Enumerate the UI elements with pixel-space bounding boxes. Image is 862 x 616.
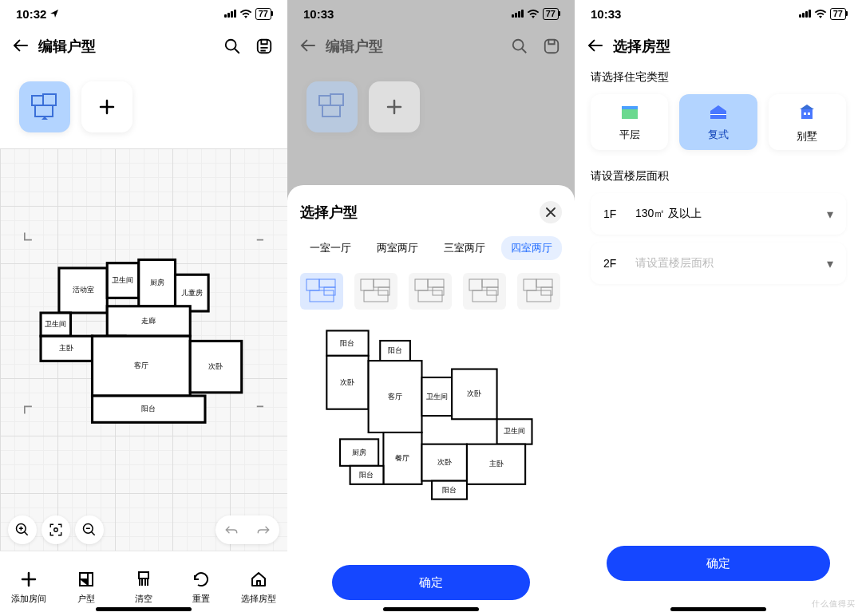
floor-value: 130㎡ 及以上 xyxy=(635,207,827,221)
svg-rect-4 xyxy=(35,105,53,116)
close-button[interactable] xyxy=(540,201,562,223)
house-type-label: 复式 xyxy=(708,128,729,142)
zoom-out-button[interactable] xyxy=(75,515,104,544)
fit-screen-button[interactable] xyxy=(42,515,70,544)
plan-icon xyxy=(77,569,96,590)
redo-button[interactable] xyxy=(247,515,279,544)
battery-indicator: 77 xyxy=(543,8,559,20)
layout-tab[interactable]: 两室两厅 xyxy=(367,236,428,260)
room-label: 走廊 xyxy=(141,317,156,325)
room-label: 阳台 xyxy=(442,485,457,494)
room-label: 次卧 xyxy=(340,377,354,386)
room-label: 厨房 xyxy=(150,278,164,286)
room-label: 次卧 xyxy=(208,362,223,370)
back-button[interactable] xyxy=(587,36,603,57)
add-plan-button[interactable] xyxy=(81,81,132,132)
svg-rect-37 xyxy=(710,114,726,115)
room-label: 主卧 xyxy=(59,344,73,352)
room-label: 餐厅 xyxy=(395,453,409,462)
home-indicator xyxy=(670,607,766,611)
house-type-card[interactable]: 平层 xyxy=(591,94,668,150)
floor-area-item[interactable]: 1F130㎡ 及以上▾ xyxy=(591,193,846,235)
tabbar-item-清空[interactable]: 清空 xyxy=(115,551,172,616)
svg-rect-11 xyxy=(545,40,559,53)
svg-rect-15 xyxy=(306,279,319,290)
layout-preset-thumb[interactable] xyxy=(463,273,506,310)
search-button[interactable] xyxy=(222,36,243,57)
room-label: 卫生间 xyxy=(426,392,448,401)
layout-tab[interactable]: 三室两厅 xyxy=(434,236,495,260)
layout-preset-thumb[interactable] xyxy=(354,273,397,310)
status-bar: 10:33 77 xyxy=(287,0,575,27)
svg-rect-29 xyxy=(473,290,496,302)
room-label: 次卧 xyxy=(437,457,452,466)
svg-rect-17 xyxy=(310,290,334,302)
room-label: 卫生间 xyxy=(113,276,134,284)
layout-preset-thumb[interactable] xyxy=(409,273,452,310)
svg-rect-20 xyxy=(374,279,389,287)
house-type-icon xyxy=(619,103,640,124)
undo-button[interactable] xyxy=(216,515,247,544)
svg-rect-33 xyxy=(527,290,551,302)
floor-id: 2F xyxy=(603,257,635,270)
svg-point-10 xyxy=(513,40,524,50)
layout-tab[interactable]: 一室一厅 xyxy=(300,236,361,260)
reset-icon xyxy=(192,569,211,590)
room-label: 阳台 xyxy=(340,338,354,347)
status-bar: 10:32 77 xyxy=(0,0,287,27)
house-type-row: 平层复式别墅 xyxy=(575,94,862,164)
save-button[interactable] xyxy=(541,36,562,57)
svg-rect-12 xyxy=(319,96,330,105)
floor-area-list: 1F130㎡ 及以上▾2F请设置楼层面积▾ xyxy=(575,193,862,292)
floorplan-canvas[interactable]: 活动室卫生间厨房儿童房卫生间走廊主卧储藏室客厅次卧阳台 xyxy=(0,148,287,551)
room-label: 次卧 xyxy=(467,389,481,397)
svg-rect-24 xyxy=(428,279,444,287)
zoom-in-button[interactable] xyxy=(8,515,37,544)
house-type-card[interactable]: 复式 xyxy=(679,94,757,150)
svg-rect-14 xyxy=(322,105,340,116)
svg-rect-32 xyxy=(536,279,552,287)
svg-rect-31 xyxy=(524,279,536,290)
battery-indicator: 77 xyxy=(255,8,271,20)
navbar: 编辑户型 xyxy=(0,27,287,65)
svg-rect-16 xyxy=(319,279,335,287)
search-button[interactable] xyxy=(509,36,530,57)
svg-rect-36 xyxy=(622,106,638,109)
tabbar-label: 户型 xyxy=(77,593,95,605)
tabbar-item-选择房型[interactable]: 选择房型 xyxy=(230,551,287,616)
status-time: 10:33 xyxy=(303,7,334,21)
layout-tab[interactable]: 四室两厅 xyxy=(501,236,562,260)
confirm-button[interactable]: 确定 xyxy=(332,565,530,600)
floor-area-item[interactable]: 2F请设置楼层面积▾ xyxy=(591,243,846,284)
add-plan-button[interactable] xyxy=(369,81,420,132)
layout-preset-thumb[interactable] xyxy=(300,273,343,310)
svg-rect-40 xyxy=(808,113,810,115)
back-button[interactable] xyxy=(13,36,29,57)
room-label: 厨房 xyxy=(352,448,366,456)
house-type-label: 别墅 xyxy=(797,129,817,144)
signal-icon xyxy=(512,10,524,18)
back-button[interactable] xyxy=(300,36,316,57)
svg-rect-13 xyxy=(330,94,343,105)
chevron-down-icon: ▾ xyxy=(827,207,833,222)
room-label: 活动室 xyxy=(73,286,94,294)
tabbar-item-重置[interactable]: 重置 xyxy=(172,551,230,616)
current-plan-thumb[interactable] xyxy=(306,81,358,132)
tabbar-label: 重置 xyxy=(192,593,210,605)
save-button[interactable] xyxy=(254,36,275,57)
screen-edit-plan: 10:32 77 编辑户型 xyxy=(0,0,287,616)
svg-rect-23 xyxy=(415,279,428,290)
layout-preset-row xyxy=(300,273,562,310)
tabbar-item-户型[interactable]: 户型 xyxy=(57,551,115,616)
house-type-card[interactable]: 别墅 xyxy=(769,94,846,150)
house-type-icon xyxy=(797,101,817,126)
current-plan-thumb[interactable] xyxy=(19,81,70,132)
layout-preset-thumb[interactable] xyxy=(517,273,560,310)
layout-type-tabs: 一室一厅两室两厅三室两厅四室两厅 xyxy=(300,236,562,260)
tabbar-item-添加房间[interactable]: 添加房间 xyxy=(0,551,57,616)
confirm-button[interactable]: 确定 xyxy=(607,546,830,581)
section-label-floor: 请设置楼层面积 xyxy=(575,164,862,193)
svg-rect-2 xyxy=(32,96,43,105)
page-title: 编辑户型 xyxy=(326,37,500,56)
svg-rect-39 xyxy=(804,113,806,115)
